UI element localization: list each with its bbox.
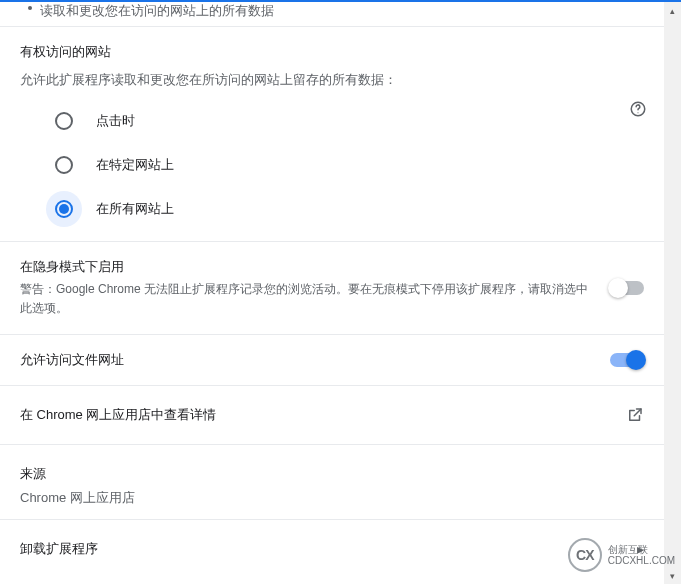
content-area: 读取和更改您在访问的网站上的所有数据 有权访问的网站 允许此扩展程序读取和更改您… (0, 2, 664, 584)
source-value: Chrome 网上应用店 (20, 489, 644, 507)
remove-extension-row[interactable]: 卸载扩展程序 ▸ (0, 520, 664, 578)
view-in-store-label: 在 Chrome 网上应用店中查看详情 (20, 406, 216, 424)
svg-point-1 (637, 112, 638, 113)
radio-on-all-sites[interactable]: 在所有网站上 (46, 187, 644, 231)
permissions-bullet: 读取和更改您在访问的网站上的所有数据 (0, 2, 664, 26)
incognito-row: 在隐身模式下启用 警告：Google Chrome 无法阻止扩展程序记录您的浏览… (0, 242, 664, 335)
file-urls-toggle[interactable] (610, 353, 644, 367)
incognito-desc: 警告：Google Chrome 无法阻止扩展程序记录您的浏览活动。要在无痕模式… (20, 280, 590, 318)
open-external-icon (626, 406, 644, 424)
site-access-radiogroup: 点击时 在特定网站上 在所有网站上 (20, 89, 644, 237)
source-label: 来源 (20, 465, 644, 483)
extension-settings-panel: ▴ ▾ 读取和更改您在访问的网站上的所有数据 有权访问的网站 允许此扩展程序读取… (0, 0, 681, 584)
file-urls-title: 允许访问文件网址 (20, 351, 590, 369)
radio-label: 在所有网站上 (96, 200, 174, 218)
scrollbar-track[interactable]: ▴ ▾ (664, 2, 681, 584)
radio-on-specific-sites[interactable]: 在特定网站上 (46, 143, 644, 187)
incognito-toggle[interactable] (610, 281, 644, 295)
radio-on-click[interactable]: 点击时 (46, 99, 644, 143)
help-icon[interactable] (628, 99, 648, 119)
view-in-store-row[interactable]: 在 Chrome 网上应用店中查看详情 (0, 386, 664, 445)
site-access-title: 有权访问的网站 (20, 43, 644, 61)
site-access-subtitle: 允许此扩展程序读取和更改您在所访问的网站上留存的所有数据： (20, 71, 644, 89)
radio-label: 在特定网站上 (96, 156, 174, 174)
file-urls-row: 允许访问文件网址 (0, 335, 664, 386)
radio-icon (46, 103, 82, 139)
source-section: 来源 Chrome 网上应用店 (0, 445, 664, 520)
watermark: CX 创新互联 CDCXHL.COM (568, 538, 675, 572)
remove-extension-label: 卸载扩展程序 (20, 540, 98, 558)
incognito-title: 在隐身模式下启用 (20, 258, 590, 276)
radio-icon (46, 147, 82, 183)
watermark-logo-icon: CX (568, 538, 602, 572)
watermark-line2: CDCXHL.COM (608, 555, 675, 566)
scrollbar-up-arrow[interactable]: ▴ (664, 2, 681, 19)
site-access-section: 有权访问的网站 允许此扩展程序读取和更改您在所访问的网站上留存的所有数据： 点击… (0, 26, 664, 242)
radio-icon (46, 191, 82, 227)
watermark-line1: 创新互联 (608, 544, 675, 555)
radio-label: 点击时 (96, 112, 135, 130)
